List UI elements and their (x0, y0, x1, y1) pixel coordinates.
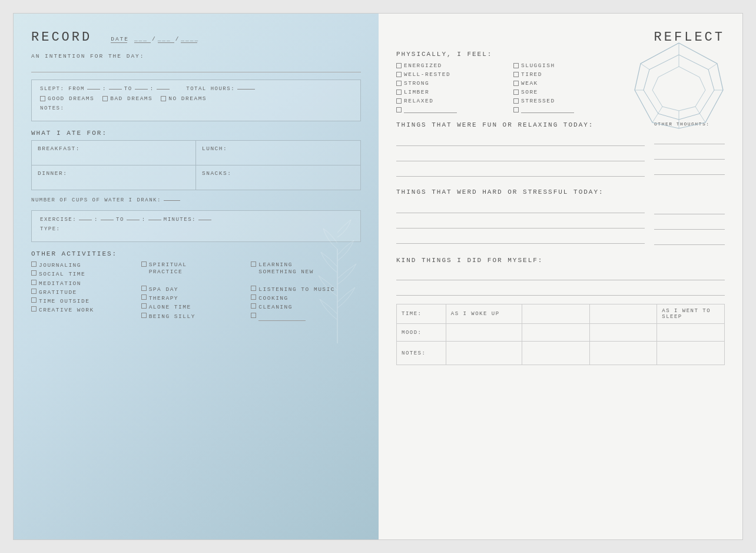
mood-cell-woke[interactable] (446, 324, 522, 342)
cb-journaling[interactable] (31, 261, 37, 267)
ex-to-m[interactable] (148, 220, 161, 220)
cb-silly[interactable] (141, 313, 147, 318)
food-title: WHAT I ATE FOR: (31, 130, 361, 137)
notes-cell-mid1[interactable] (522, 342, 589, 365)
cb-alone[interactable] (141, 303, 147, 309)
mood-cell-label: MOOD: (397, 324, 446, 342)
cb-stressed[interactable] (513, 98, 519, 104)
activity-time-outside[interactable]: TIME OUTSIDE (31, 297, 141, 306)
cb-spiritual[interactable] (141, 261, 147, 267)
good-dreams-checkbox[interactable] (40, 96, 45, 101)
mood-cell-mid1[interactable] (522, 324, 589, 342)
notes-cell-woke[interactable] (446, 342, 522, 365)
mood-cell-sleep[interactable] (657, 324, 725, 342)
label-spiritual: SPIRITUALPRACTICE (149, 261, 187, 276)
cb-spa[interactable] (141, 286, 147, 291)
activity-therapy[interactable]: THERAPY (141, 294, 251, 303)
ex-from-h[interactable] (79, 220, 92, 220)
label-therapy: THERAPY (149, 294, 178, 302)
cb-learning[interactable] (251, 261, 256, 267)
phys-sore[interactable]: SORE (513, 89, 631, 95)
cb-energized[interactable] (396, 63, 402, 68)
bad-dreams-checkbox[interactable] (102, 96, 108, 101)
phys-well-rested[interactable]: WELL-RESTED (396, 71, 513, 78)
activity-spiritual[interactable]: SPIRITUALPRACTICE (141, 261, 251, 277)
ex-minutes-val[interactable] (198, 220, 211, 220)
breakfast-label: BREAKFAST: (38, 145, 80, 152)
phys-sluggish[interactable]: SLUGGISH (513, 62, 631, 69)
activity-journaling[interactable]: JOURNALING (31, 261, 141, 270)
cb-relaxed[interactable] (396, 98, 402, 104)
good-dreams-cb[interactable]: GOOD DREAMS (40, 95, 94, 102)
activity-social-time[interactable]: SOCIAL TIME (31, 270, 141, 279)
phys-weak[interactable]: WEAK (513, 80, 631, 87)
right-panel: REFLECT PHYSICALLY, I FEEL: ENERGIZED WE… (379, 14, 742, 539)
label-relaxed: RELAXED (404, 98, 433, 104)
cb-cooking[interactable] (251, 294, 256, 300)
cb-social-time[interactable] (31, 270, 37, 276)
phys-blank1[interactable] (396, 107, 513, 113)
cb-gratitude[interactable] (31, 289, 37, 294)
ex-minutes-label: MINUTES: (164, 217, 196, 223)
cb-limber[interactable] (396, 90, 402, 95)
dinner-label: DINNER: (38, 170, 67, 177)
activity-spa[interactable]: SPA DAY (141, 285, 251, 294)
phys-strong[interactable]: STRONG (396, 80, 513, 87)
phys-limber[interactable]: LIMBER (396, 89, 513, 95)
label-learning: LEARNINGSOMETHING NEW (258, 261, 314, 276)
cb-cleaning[interactable] (251, 303, 256, 309)
ex-from-m[interactable] (101, 220, 114, 220)
phys-tired[interactable]: TIRED (513, 71, 631, 78)
activity-silly[interactable]: BEING SILLY (141, 312, 251, 321)
cb-blank[interactable] (251, 313, 256, 318)
notes-cell-mid2[interactable] (589, 342, 657, 365)
phys-stressed[interactable]: STRESSED (513, 98, 631, 104)
breakfast-cell: BREAKFAST: (32, 141, 196, 165)
activity-creative-work[interactable]: CREATIVE WORK (31, 306, 141, 314)
cb-phys-blank2[interactable] (513, 107, 519, 112)
no-dreams-cb[interactable]: NO DREAMS (161, 95, 207, 102)
label-gratitude: GRATITUDE (39, 289, 77, 296)
as-sleep-label: AS I WENT TO SLEEP (662, 308, 711, 320)
date-section: DATE ___/___/____ (110, 36, 198, 43)
cb-strong[interactable] (396, 81, 402, 86)
date-slash3: ____ (181, 36, 197, 43)
lunch-label: LUNCH: (202, 145, 227, 152)
cb-phys-blank1[interactable] (396, 107, 402, 112)
mood-cell-mid2[interactable] (589, 324, 657, 342)
activity-alone[interactable]: ALONE TIME (141, 303, 251, 312)
food-grid: BREAKFAST: LUNCH: DINNER: SNACKS: (31, 140, 361, 190)
notes-cell-sleep[interactable] (657, 342, 725, 365)
activity-meditation[interactable]: MEDITATION (31, 279, 141, 288)
fun-left: THINGS THAT WERE FUN OR RELAXING TODAY: (396, 121, 645, 181)
no-dreams-checkbox[interactable] (161, 96, 166, 101)
fun-label: THINGS THAT WERE FUN OR RELAXING TODAY: (396, 121, 645, 128)
cb-tired[interactable] (513, 72, 519, 77)
cb-time-outside[interactable] (31, 297, 37, 303)
slept-from-h[interactable] (87, 89, 100, 90)
activity-gratitude[interactable]: GRATITUDE (31, 288, 141, 297)
cb-weak[interactable] (513, 81, 519, 86)
cb-well-rested[interactable] (396, 72, 402, 77)
cb-sluggish[interactable] (513, 63, 519, 68)
cb-therapy[interactable] (141, 294, 147, 300)
phys-energized[interactable]: ENERGIZED (396, 62, 513, 69)
kind-line1 (396, 270, 725, 280)
ex-to-h[interactable] (127, 220, 140, 220)
slept-to-m[interactable] (157, 89, 170, 90)
water-count[interactable] (164, 200, 180, 201)
total-hours-val[interactable] (237, 89, 255, 90)
cb-listening[interactable] (251, 286, 256, 291)
phys-relaxed[interactable]: RELAXED (396, 98, 513, 104)
cb-creative-work[interactable] (31, 306, 37, 312)
label-stressed: STRESSED (521, 98, 555, 104)
left-panel: RECORD DATE ___/___/____ AN INTENTION FO… (14, 14, 379, 539)
slept-from-m[interactable] (109, 89, 122, 90)
slept-to-h[interactable] (135, 89, 148, 90)
cb-meditation[interactable] (31, 280, 37, 285)
phys-blank2[interactable] (513, 107, 631, 113)
cb-sore[interactable] (513, 90, 519, 95)
type-label: TYPE: (40, 226, 61, 232)
bad-dreams-cb[interactable]: BAD DREAMS (102, 95, 152, 102)
physical-col1: ENERGIZED WELL-RESTED STRONG LIMBER RELA… (396, 62, 513, 113)
